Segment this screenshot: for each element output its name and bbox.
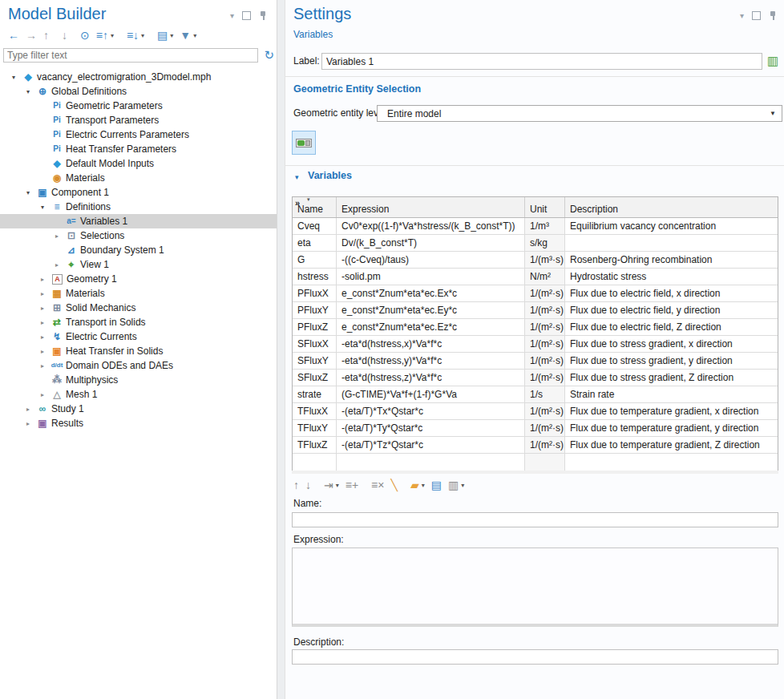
cell-name[interactable]: SFluxY (293, 353, 337, 369)
collapse-panel-icon[interactable]: ▾ (740, 12, 744, 20)
filter-dropdown[interactable]: ▾ (193, 32, 196, 39)
expander-expanded-icon[interactable]: ▾ (6, 74, 21, 81)
table-row-pfluxz[interactable]: PFluxZe_const*Znum*eta*ec.Ez*c1/(m²·s)Fl… (293, 319, 778, 336)
tree-item-study-1[interactable]: ▸∞Study 1 (0, 402, 277, 416)
expander-collapsed-icon[interactable]: ▸ (50, 232, 64, 240)
cell-description[interactable]: Flux due to electric field, y direction (565, 302, 778, 318)
cell-expression[interactable]: -eta*d(hstress,y)*Va*f*c (337, 353, 525, 369)
cell-description[interactable]: Strain rate (565, 386, 778, 402)
expander-collapsed-icon[interactable]: ▸ (21, 406, 35, 413)
cell-expression[interactable]: -(eta/T)*Ty*Qstar*c (337, 420, 525, 436)
tree-item-transport-in-solids[interactable]: ▸⇄Transport in Solids (0, 315, 277, 329)
cell-unit[interactable]: 1/(m²·s) (525, 319, 565, 335)
table-settings-dropdown[interactable]: ▾ (461, 482, 464, 489)
node-text-button[interactable]: ▤▾ (154, 27, 176, 43)
expander-expanded-icon[interactable]: ▾ (35, 204, 50, 211)
table-hscrollbar[interactable] (292, 471, 778, 474)
tree-item-view-1[interactable]: ▸⌖View 1 (0, 257, 277, 272)
back-button[interactable]: ← (5, 27, 22, 43)
cell-name[interactable]: TFluxY (293, 420, 337, 436)
table-row-blank[interactable] (293, 454, 778, 471)
collapse-all-button[interactable]: ≡↓▾ (123, 27, 148, 43)
tree-item-variables-1[interactable]: a=Variables 1 (0, 214, 277, 228)
cell-unit[interactable]: 1/(m²·s) (525, 336, 565, 352)
table-row-eta[interactable]: etaDv/(k_B_const*T)s/kg (293, 235, 778, 252)
table-row-sfluxy[interactable]: SFluxY-eta*d(hstress,y)*Va*f*c1/(m²·s)Fl… (293, 353, 778, 370)
tree-item-materials[interactable]: ◉Materials (0, 171, 277, 185)
tree-item-definitions[interactable]: ▾≡Definitions (0, 200, 277, 214)
tree-item-global-definitions[interactable]: ▾⊕Global Definitions (0, 84, 277, 99)
expander-expanded-icon[interactable]: ▾ (21, 189, 35, 196)
tree-item-heat-transfer-parameters[interactable]: PiHeat Transfer Parameters (0, 142, 277, 156)
cell-expression[interactable]: -eta*d(hstress,z)*Va*f*c (337, 370, 525, 386)
table-row-hstress[interactable]: hstress-solid.pmN/m²Hydrostatic stress (293, 269, 778, 285)
save-to-file-button[interactable]: ▤ (428, 477, 445, 493)
column-header-unit[interactable]: Unit (525, 197, 565, 217)
expander-collapsed-icon[interactable]: ▸ (35, 362, 50, 370)
geometric-entity-level-select[interactable]: Entire model ▼ (377, 105, 782, 122)
table-row-pfluxy[interactable]: PFluxYe_const*Znum*eta*ec.Ey*c1/(m²·s)Fl… (293, 302, 778, 319)
settings-subtitle[interactable]: Variables (293, 29, 333, 40)
cell-unit[interactable]: 1/(m²·s) (525, 353, 565, 369)
expand-all-button[interactable]: ≡↑▾ (93, 27, 117, 43)
table-row-sfluxx[interactable]: SFluxX-eta*d(hstress,x)*Va*f*c1/(m²·s)Fl… (293, 336, 778, 353)
table-row-tfluxz[interactable]: TFluxZ-(eta/T)*Tz*Qstar*c1/(m²·s)Flux du… (293, 437, 778, 454)
cell-unit[interactable]: 1/(m²·s) (525, 370, 565, 386)
tree-item-geometric-parameters[interactable]: PiGeometric Parameters (0, 99, 277, 113)
cell-description[interactable]: Flux due to temperature gradient, Z dire… (565, 437, 778, 453)
float-panel-icon[interactable] (242, 11, 251, 20)
expander-collapsed-icon[interactable]: ▸ (35, 290, 50, 297)
tree-item-geometry-1[interactable]: ▸AGeometry 1 (0, 272, 277, 286)
expander-collapsed-icon[interactable]: ▸ (35, 319, 50, 326)
tree-item-default-model-inputs[interactable]: ◆Default Model Inputs (0, 156, 277, 171)
delete-row-button[interactable]: ≡× (368, 477, 387, 493)
tree-item-solid-mechanics[interactable]: ▸⊞Solid Mechanics (0, 301, 277, 315)
column-options-dropdown[interactable]: ▾ (307, 196, 310, 203)
cell-unit[interactable] (525, 454, 565, 471)
cell-description[interactable] (565, 454, 778, 471)
cell-expression[interactable]: -(eta/T)*Tx*Qstar*c (337, 403, 525, 419)
tree-item-selections[interactable]: ▸⊡Selections (0, 228, 277, 243)
cell-name[interactable]: TFluxZ (293, 437, 337, 453)
cell-name[interactable]: G (293, 252, 337, 268)
filter-button[interactable]: ▼▾ (176, 27, 200, 43)
expander-collapsed-icon[interactable]: ▸ (35, 348, 50, 355)
tree-item-vacancy-electromigration-3dmodel-mph[interactable]: ▾◆vacancy_electromigration_3Dmodel.mph (0, 70, 277, 84)
cell-expression[interactable]: e_const*Znum*eta*ec.Ez*c (337, 319, 525, 335)
cell-unit[interactable]: 1/(m³·s) (525, 252, 565, 268)
rename-button[interactable]: ▥ (765, 53, 781, 69)
move-down-button[interactable]: ↓ (59, 27, 71, 43)
load-from-file-dropdown[interactable]: ▾ (422, 482, 425, 489)
cell-name[interactable]: strate (293, 386, 337, 402)
cell-description[interactable]: Equilibrium vacancy concentration (565, 218, 778, 234)
expander-expanded-icon[interactable]: ▾ (21, 88, 35, 95)
tree-item-materials[interactable]: ▸▦Materials (0, 286, 277, 301)
expander-collapsed-icon[interactable]: ▸ (35, 305, 50, 312)
move-to-dropdown[interactable]: ▾ (336, 482, 339, 489)
table-row-cveq[interactable]: CveqCv0*exp((1-f)*Va*hstress/(k_B_const*… (293, 218, 778, 235)
cell-name[interactable]: PFluxX (293, 285, 337, 301)
tree-item-transport-parameters[interactable]: PiTransport Parameters (0, 113, 277, 127)
expander-collapsed-icon[interactable]: ▸ (35, 333, 50, 341)
expander-collapsed-icon[interactable]: ▸ (35, 276, 50, 283)
cell-name[interactable]: SFluxZ (293, 370, 337, 386)
load-from-file-button[interactable]: ▰▾ (407, 477, 428, 493)
cell-description[interactable]: Hydrostatic stress (565, 269, 778, 285)
cell-description[interactable]: Flux due to stress gradient, y direction (565, 353, 778, 369)
move-down-button[interactable]: ↓ (302, 477, 314, 493)
column-header-name[interactable]: »▾Name (293, 197, 337, 217)
tree-item-boundary-system-1[interactable]: ⊿Boundary System 1 (0, 243, 277, 257)
float-panel-icon[interactable] (752, 11, 761, 20)
cell-unit[interactable]: 1/s (525, 386, 565, 402)
pin-panel-icon[interactable] (769, 10, 777, 21)
cell-unit[interactable]: 1/(m²·s) (525, 285, 565, 301)
cell-expression[interactable]: -eta*d(hstress,x)*Va*f*c (337, 336, 525, 352)
move-up-button[interactable]: ↑ (40, 27, 52, 43)
cell-expression[interactable]: -(eta/T)*Tz*Qstar*c (337, 437, 525, 453)
show-button[interactable]: ⊙ (77, 27, 93, 43)
cell-expression[interactable]: (G-cTIME)*Va*f+(1-f)*G*Va (337, 386, 525, 402)
tree-item-electric-currents-parameters[interactable]: PiElectric Currents Parameters (0, 127, 277, 142)
active-toggle-button[interactable] (292, 131, 316, 155)
name-field-input[interactable] (292, 512, 778, 527)
expander-collapsed-icon[interactable]: ▸ (21, 420, 35, 427)
